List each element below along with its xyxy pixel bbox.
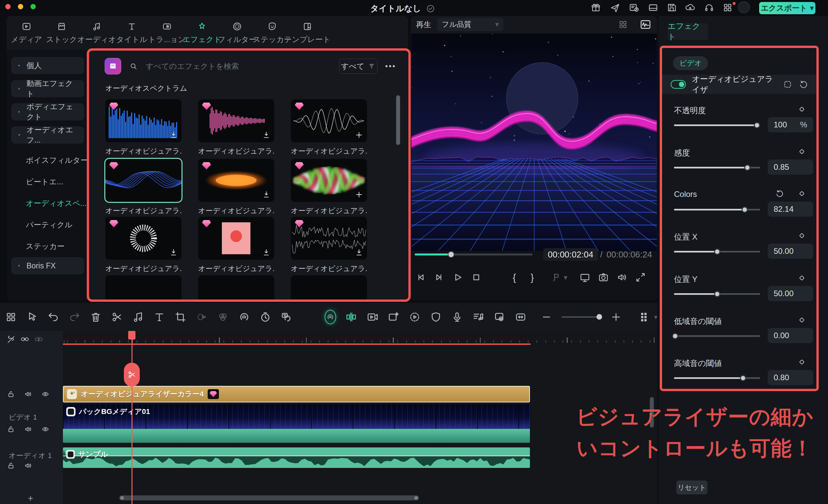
effects-scrollbar[interactable] [396,95,400,145]
add-effect-clip-icon[interactable] [387,311,400,323]
feedback-send-icon[interactable] [610,2,621,13]
sidebar-group-2[interactable]: ボディエフェクト [11,103,84,121]
timeline-zoom-slider[interactable] [562,316,601,318]
filmstock-logo-icon[interactable] [105,58,121,75]
tab-template[interactable]: テンプレート [292,21,323,45]
auto-ripple-icon[interactable] [514,311,527,323]
tab-filter[interactable]: フィルター [222,21,252,45]
playhead-cut-button[interactable] [124,363,140,386]
effect-card[interactable]: オーディオビジュアラ... [105,99,181,156]
gift-icon[interactable] [590,2,602,13]
split-icon[interactable] [111,311,123,323]
hide-track-icon[interactable] [41,390,50,399]
track-manager-caret-icon[interactable]: ▾ [654,313,657,321]
tab-transition[interactable]: トラ...ョン [152,21,182,45]
filter-all-dropdown[interactable]: すべて [339,58,378,74]
hide-track-icon[interactable] [41,425,50,433]
cloud-upload-icon[interactable] [685,2,696,13]
download-icon[interactable] [262,248,271,257]
tab-media[interactable]: メディア [11,21,42,45]
slider-track[interactable] [674,209,760,211]
slider-value-input[interactable]: 82.14 [768,201,813,217]
keyframe-icon[interactable] [797,231,806,240]
layout-icon[interactable] [648,2,659,13]
audio-ducking-button[interactable] [325,310,336,324]
marker-button[interactable] [549,271,561,283]
download-icon[interactable] [169,248,178,257]
download-icon[interactable] [355,248,364,257]
slider-value-input[interactable]: 50.00 [768,286,813,301]
effect-enable-toggle[interactable] [671,80,686,89]
zoom-out-icon[interactable] [540,311,553,323]
screen-record-icon[interactable] [493,311,506,323]
mark-out-button[interactable]: } [531,272,534,283]
mute-track-icon[interactable] [24,390,33,399]
reset-effect-icon[interactable] [798,80,809,89]
mark-in-button[interactable]: { [513,272,516,283]
slider-value-input[interactable]: 50.00 [768,243,813,259]
slider-value-input[interactable]: 0.80 [768,370,813,385]
slider-track[interactable] [674,167,760,169]
volume-button[interactable] [616,271,628,283]
slider-thumb[interactable] [672,333,678,339]
slider-thumb[interactable] [744,165,750,171]
effect-thumbnail[interactable] [198,99,274,142]
motion-track-icon[interactable] [196,311,208,323]
track-manager-icon[interactable] [638,311,651,323]
mute-track-icon[interactable] [24,425,33,433]
undo-icon[interactable] [47,311,59,323]
slider-track[interactable] [674,293,760,295]
play-button[interactable] [452,271,464,283]
sidebar-item-7[interactable]: パーティクル [7,214,89,236]
tab-effects[interactable]: エフェクト [187,21,217,45]
ai-audio-icon[interactable] [238,311,250,323]
macos-close-button[interactable] [5,4,11,9]
effect-thumbnail[interactable] [291,275,367,301]
tab-stock[interactable]: ストック [46,21,77,45]
lock-track-icon[interactable] [7,425,15,433]
sidebar-item-5[interactable]: ビートエ... [7,171,89,193]
effect-thumbnail[interactable] [291,99,367,142]
effect-card[interactable]: オーディオビジュアラ... [198,217,274,274]
keyframe-icon[interactable] [797,357,806,367]
effect-card[interactable]: オーディオビジュアラ... [291,217,367,274]
tab-title[interactable]: タイトル [117,21,147,45]
more-options-button[interactable] [385,65,395,67]
zoom-slider-thumb[interactable] [596,314,602,320]
effect-card[interactable]: オーディオビジュアラ... [291,99,367,156]
sidebar-item-6[interactable]: オーディオスペ... [7,193,89,214]
mute-track-icon[interactable] [24,461,33,470]
slider-track[interactable] [674,251,760,253]
redo-icon[interactable] [68,311,81,323]
slider-track[interactable] [674,335,760,337]
snapshot-button[interactable] [597,271,610,283]
download-icon[interactable] [262,190,271,199]
render-queue-icon[interactable] [628,2,639,13]
keyframe-icon[interactable] [797,315,806,325]
slider-thumb[interactable] [714,291,720,297]
video-pill-tab[interactable]: ビデオ [673,56,708,70]
effect-card[interactable] [105,275,181,301]
lock-track-icon[interactable] [7,461,15,470]
add-icon[interactable] [355,130,364,140]
sidebar-group-3[interactable]: オーディオエフ... [11,126,84,144]
timeline-hscrollbar[interactable] [119,495,419,500]
macos-zoom-button[interactable] [31,4,36,9]
effect-thumbnail[interactable] [198,275,274,301]
toolbox-icon[interactable] [5,311,17,323]
effect-card[interactable]: オーディオビジュアラ... [198,159,274,216]
add-text-icon[interactable] [153,311,166,323]
speed-icon[interactable] [259,311,272,323]
select-tool-icon[interactable] [26,311,38,323]
previous-frame-button[interactable] [415,271,426,283]
sidebar-group-9[interactable]: Boris FX [11,257,84,274]
stop-button[interactable] [470,271,482,283]
fullscreen-button[interactable] [634,271,647,283]
effect-thumbnail[interactable] [198,217,274,260]
download-icon[interactable] [169,130,178,140]
record-voiceover-icon[interactable] [451,311,463,323]
keyframe-icon[interactable] [797,104,806,114]
reset-param-icon[interactable] [775,189,784,198]
effect-thumbnail[interactable] [105,99,181,142]
tab-effect-inspector[interactable]: エフェクト [668,23,708,40]
